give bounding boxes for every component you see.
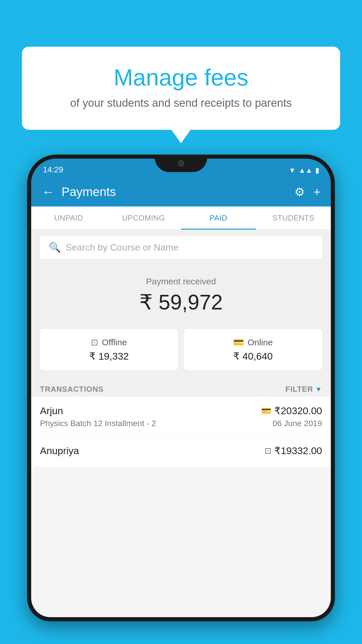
transaction-course: Physics Batch 12 Installment - 2 — [40, 419, 156, 428]
add-icon[interactable]: + — [314, 186, 320, 199]
phone-screen: 14:29 ▼ ▲▲ ▮ ← Payments ⚙ + UNPAID — [31, 159, 331, 617]
transaction-row-top: Arjun 💳 ₹20320.00 — [40, 405, 322, 416]
transaction-list: Arjun 💳 ₹20320.00 Physics Batch 12 Insta… — [31, 397, 331, 467]
table-row[interactable]: Arjun 💳 ₹20320.00 Physics Batch 12 Insta… — [31, 397, 331, 437]
payment-summary: Payment received ₹ 59,972 — [31, 265, 331, 323]
transaction-amount: ₹20320.00 — [274, 405, 322, 416]
transaction-amount-container: 💳 ₹20320.00 — [261, 405, 322, 416]
offline-card-top: ⊡ Offline — [47, 337, 171, 347]
online-amount: ₹ 40,640 — [191, 350, 315, 362]
camera-dot — [178, 160, 184, 167]
offline-label: Offline — [102, 337, 127, 347]
transactions-label: TRANSACTIONS — [40, 385, 104, 394]
offline-icon: ⊡ — [91, 337, 98, 347]
back-button[interactable]: ← — [42, 185, 55, 199]
tab-unpaid[interactable]: UNPAID — [31, 206, 106, 230]
search-icon: 🔍 — [49, 242, 61, 253]
filter-button[interactable]: FILTER ▼ — [285, 385, 322, 394]
search-bar[interactable]: 🔍 Search by Course or Name — [40, 236, 322, 259]
phone-notch — [155, 155, 207, 172]
speech-bubble-container: Manage fees of your students and send re… — [22, 47, 340, 130]
tab-upcoming[interactable]: UPCOMING — [106, 206, 181, 230]
transaction-row-bottom: Physics Batch 12 Installment - 2 06 June… — [40, 419, 322, 428]
signal-icon: ▲▲ — [298, 166, 312, 174]
online-card-top: 💳 Online — [191, 337, 315, 347]
payment-cards: ⊡ Offline ₹ 19,332 💳 Online ₹ 40,640 — [31, 323, 331, 379]
phone-mockup: 14:29 ▼ ▲▲ ▮ ← Payments ⚙ + UNPAID — [27, 155, 335, 644]
tab-students[interactable]: STUDENTS — [256, 206, 331, 230]
header-icons: ⚙ + — [294, 185, 320, 199]
bubble-title: Manage fees — [45, 64, 317, 91]
tab-paid[interactable]: PAID — [181, 206, 256, 230]
header-title: Payments — [61, 185, 287, 199]
table-row[interactable]: Anupriya ⊡ ₹19332.00 — [31, 437, 331, 467]
status-icons: ▼ ▲▲ ▮ — [289, 166, 319, 174]
battery-icon: ▮ — [315, 166, 319, 174]
credit-card-icon: 💳 — [261, 406, 271, 416]
search-container: 🔍 Search by Course or Name — [31, 230, 331, 265]
online-card: 💳 Online ₹ 40,640 — [184, 329, 322, 370]
transaction-date: 06 June 2019 — [273, 419, 322, 428]
offline-amount: ₹ 19,332 — [47, 350, 171, 362]
search-input[interactable]: Search by Course or Name — [66, 242, 179, 253]
transaction-row-top: Anupriya ⊡ ₹19332.00 — [40, 445, 322, 456]
settings-icon[interactable]: ⚙ — [294, 185, 305, 199]
filter-icon: ▼ — [315, 386, 322, 393]
transactions-header: TRANSACTIONS FILTER ▼ — [31, 379, 331, 397]
rupee-icon: ⊡ — [265, 446, 271, 456]
online-label: Online — [247, 337, 273, 347]
transaction-name: Anupriya — [40, 445, 79, 456]
offline-card: ⊡ Offline ₹ 19,332 — [40, 329, 178, 370]
bubble-subtitle: of your students and send receipts to pa… — [45, 97, 317, 109]
payment-total-amount: ₹ 59,972 — [40, 290, 322, 314]
transaction-amount-container: ⊡ ₹19332.00 — [265, 445, 322, 456]
online-icon: 💳 — [233, 337, 244, 347]
status-time: 14:29 — [43, 165, 63, 174]
payment-received-label: Payment received — [40, 276, 322, 286]
transaction-amount: ₹19332.00 — [274, 445, 322, 456]
transaction-name: Arjun — [40, 405, 63, 416]
phone-outer: 14:29 ▼ ▲▲ ▮ ← Payments ⚙ + UNPAID — [27, 155, 335, 621]
wifi-icon: ▼ — [289, 166, 296, 174]
tabs-bar: UNPAID UPCOMING PAID STUDENTS — [31, 206, 331, 230]
app-header: ← Payments ⚙ + — [31, 177, 331, 206]
filter-label: FILTER — [285, 385, 313, 394]
speech-bubble: Manage fees of your students and send re… — [22, 47, 340, 130]
